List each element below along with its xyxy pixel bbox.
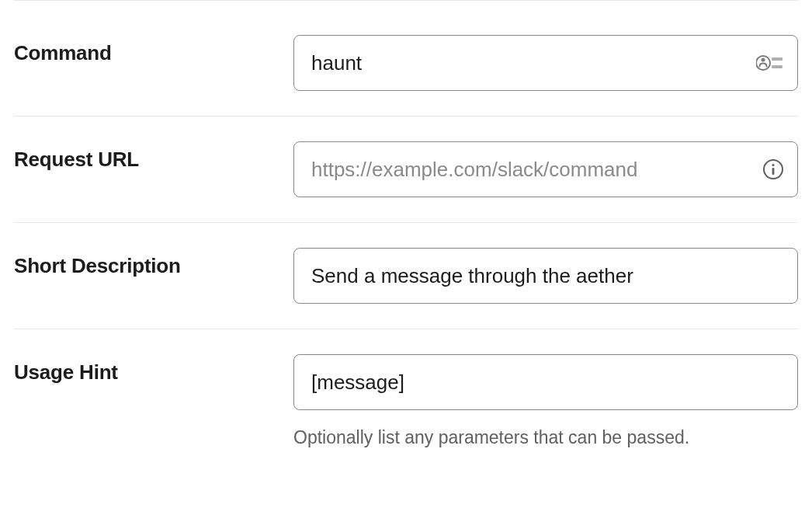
usage-hint-input-wrapper xyxy=(293,354,798,410)
command-input-wrapper xyxy=(293,35,798,91)
svg-rect-6 xyxy=(772,168,775,175)
svg-point-1 xyxy=(762,58,765,62)
short-description-input-wrapper xyxy=(293,248,798,304)
svg-rect-2 xyxy=(772,57,783,61)
svg-rect-3 xyxy=(772,65,783,68)
usage-hint-label: Usage Hint xyxy=(14,360,118,384)
usage-hint-input-col: Optionally list any parameters that can … xyxy=(293,354,798,448)
svg-point-5 xyxy=(772,164,774,166)
command-input[interactable] xyxy=(293,35,798,91)
request-url-input[interactable] xyxy=(293,141,798,197)
short-description-input-col xyxy=(293,248,798,304)
short-description-label-col: Short Description xyxy=(14,248,293,278)
password-manager-icon[interactable] xyxy=(756,54,784,72)
usage-hint-input[interactable] xyxy=(293,354,798,410)
request-url-input-col xyxy=(293,141,798,197)
short-description-label: Short Description xyxy=(14,254,181,277)
short-description-row: Short Description xyxy=(14,222,798,329)
request-url-row: Request URL xyxy=(14,116,798,222)
command-input-col xyxy=(293,35,798,91)
usage-hint-label-col: Usage Hint xyxy=(14,354,293,385)
info-icon[interactable] xyxy=(762,158,784,180)
request-url-label-col: Request URL xyxy=(14,141,293,172)
usage-hint-row: Usage Hint Optionally list any parameter… xyxy=(14,329,798,473)
request-url-input-wrapper xyxy=(293,141,798,197)
command-label-col: Command xyxy=(14,35,293,65)
usage-hint-help-text: Optionally list any parameters that can … xyxy=(293,427,798,448)
request-url-label: Request URL xyxy=(14,148,139,171)
short-description-input[interactable] xyxy=(293,248,798,304)
command-label: Command xyxy=(14,41,112,64)
command-row: Command xyxy=(14,0,798,116)
